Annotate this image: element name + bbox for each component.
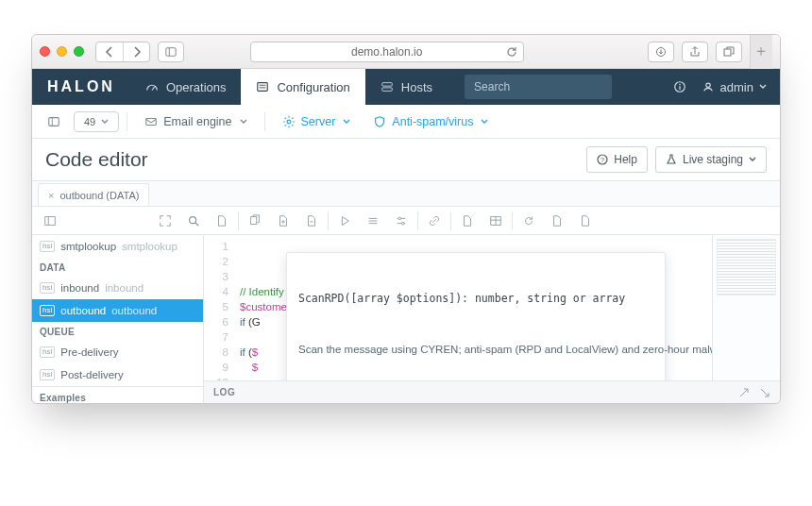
export-log-icon[interactable] <box>759 387 770 398</box>
chevron-down-icon <box>240 118 247 126</box>
shield-icon <box>373 115 386 128</box>
revision-count: 49 <box>84 116 95 127</box>
help-icon: ? <box>597 154 608 165</box>
layout-toggle[interactable] <box>38 110 70 134</box>
svg-point-31 <box>401 222 404 225</box>
user-name: admin <box>720 80 753 94</box>
sidebar-toggle[interactable] <box>158 42 184 62</box>
close-window[interactable] <box>40 46 50 57</box>
svg-rect-13 <box>49 117 59 126</box>
downloads-button[interactable] <box>648 42 674 62</box>
delete-file-icon[interactable] <box>297 207 326 235</box>
file-sidebar: hsl smtplookup smtplookup DATA hsl inbou… <box>32 235 204 403</box>
minimize-window[interactable] <box>57 46 67 57</box>
list-icon[interactable] <box>359 207 387 235</box>
reload-icon[interactable] <box>506 46 517 58</box>
svg-rect-3 <box>724 49 731 56</box>
nav-configuration[interactable]: Configuration <box>241 69 364 105</box>
svg-point-12 <box>705 83 709 87</box>
file-icon[interactable] <box>208 207 236 235</box>
clear-log-icon[interactable] <box>738 387 750 398</box>
code-area[interactable]: // Identify the sender as accurately as … <box>236 235 712 380</box>
menu-label: Server <box>301 115 336 128</box>
table-icon[interactable] <box>482 207 510 235</box>
global-search[interactable]: Search <box>465 75 612 99</box>
svg-rect-0 <box>166 47 176 56</box>
file-badge-icon: hsl <box>40 241 55 252</box>
copy-icon[interactable] <box>241 207 269 235</box>
sidebar-group-examples: Examples <box>32 386 203 403</box>
sidebar-group-queue: QUEUE <box>32 322 203 341</box>
file-badge-icon: hsl <box>40 305 55 316</box>
email-engine-menu[interactable]: Email engine <box>135 110 256 134</box>
nav-label: Hosts <box>401 80 432 94</box>
sliders-icon[interactable] <box>387 207 415 235</box>
item-name: outbound <box>60 305 106 316</box>
user-icon <box>702 80 715 93</box>
back-button[interactable] <box>96 42 123 61</box>
log-label: LOG <box>213 387 235 397</box>
tab-label: outbound (DATA) <box>59 190 139 201</box>
doc-a-icon[interactable] <box>543 207 571 235</box>
item-name: smtplookup <box>60 241 116 252</box>
divider <box>264 112 265 131</box>
doc-b-icon[interactable] <box>571 207 600 235</box>
sidebar-item-smtplookup[interactable]: hsl smtplookup smtplookup <box>32 235 203 258</box>
code-editor[interactable]: 123456789101112 // Identify the sender a… <box>204 235 780 380</box>
config-toolbar: 49 Email engine Server Anti-spam/virus <box>32 105 780 139</box>
refresh-icon[interactable] <box>515 207 543 235</box>
expand-icon[interactable] <box>151 207 179 235</box>
script-icon[interactable] <box>453 207 482 235</box>
sidebar-item-predelivery[interactable]: hsl Pre-delivery <box>32 341 203 363</box>
live-staging-button[interactable]: Live staging <box>655 146 767 173</box>
button-label: Help <box>614 153 637 166</box>
page-header: Code editor ? Help Live staging <box>32 139 780 180</box>
list-icon <box>256 80 269 93</box>
tabs-button[interactable] <box>716 42 742 62</box>
info-icon[interactable] <box>673 80 686 93</box>
close-tab-icon[interactable]: × <box>48 190 54 201</box>
url-text: demo.halon.io <box>351 45 422 59</box>
file-tab[interactable]: × outbound (DATA) <box>38 183 149 206</box>
forward-button[interactable] <box>123 42 149 61</box>
item-dim: smtplookup <box>122 241 178 252</box>
svg-point-29 <box>398 217 401 220</box>
app-navbar: HALON Operations Configuration Hosts Sea… <box>32 69 780 105</box>
menu-label: Anti-spam/virus <box>392 115 473 128</box>
link-icon[interactable] <box>420 207 448 235</box>
chevron-down-icon <box>481 118 488 126</box>
svg-rect-23 <box>251 216 257 224</box>
search-icon[interactable] <box>179 207 208 235</box>
share-button[interactable] <box>682 42 708 62</box>
new-file-icon[interactable] <box>269 207 297 235</box>
svg-point-16 <box>287 120 291 124</box>
item-dim: outbound <box>111 305 157 316</box>
new-tab-button[interactable]: ＋ <box>750 35 772 69</box>
log-panel-header[interactable]: LOG <box>204 380 780 403</box>
help-button[interactable]: ? Help <box>586 146 648 173</box>
nav-hosts[interactable]: Hosts <box>365 69 448 105</box>
tree-toggle-icon[interactable] <box>36 207 64 235</box>
sidebar-item-inbound[interactable]: hsl inbound inbound <box>32 277 203 299</box>
revision-badge[interactable]: 49 <box>74 111 119 132</box>
server-icon <box>381 80 394 93</box>
server-menu[interactable]: Server <box>273 110 361 134</box>
item-name: Post-delivery <box>60 369 123 380</box>
ide-body: hsl smtplookup smtplookup DATA hsl inbou… <box>32 235 780 403</box>
user-menu[interactable]: admin <box>702 80 767 94</box>
search-placeholder: Search <box>474 80 510 93</box>
tooltip-signature: ScanRPD([array $options]): number, strin… <box>287 283 665 312</box>
zoom-window[interactable] <box>74 46 84 57</box>
nav-operations[interactable]: Operations <box>130 69 242 105</box>
minimap[interactable] <box>712 235 780 380</box>
run-icon[interactable] <box>330 207 359 235</box>
window-controls <box>40 46 84 57</box>
sidebar-item-postdelivery[interactable]: hsl Post-delivery <box>32 363 203 386</box>
sidebar-item-outbound[interactable]: hsl outbound outbound <box>32 299 203 322</box>
chevron-down-icon <box>749 156 756 163</box>
antispam-menu[interactable]: Anti-spam/virus <box>364 110 498 134</box>
editor-toolbar <box>32 207 780 235</box>
url-bar[interactable]: demo.halon.io <box>250 42 524 62</box>
divider <box>127 112 127 131</box>
flask-icon <box>666 154 677 165</box>
